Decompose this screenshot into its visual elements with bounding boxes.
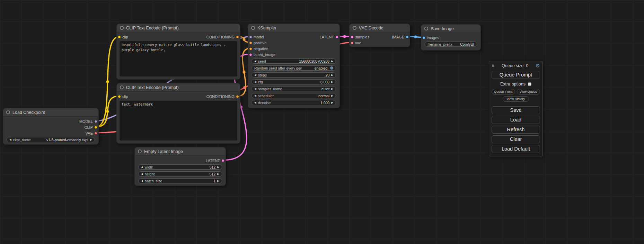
input-port-model[interactable] [249,35,252,38]
node-save-image[interactable]: Save Image images filename_prefix ComfyU… [421,24,481,51]
node-load-checkpoint[interactable]: Load Checkpoint MODEL CLIP VAE ckpt_name… [3,108,99,145]
settings-gear-icon[interactable] [536,63,540,69]
toggle-knob-icon[interactable] [330,66,333,70]
drag-handle-icon[interactable] [492,63,495,68]
output-port-latent[interactable] [221,159,224,162]
widget-cfg[interactable]: cfg 8.000 [252,79,336,84]
decrement-arrow-icon[interactable] [254,60,256,63]
collapse-dot-icon[interactable] [6,110,10,114]
increment-arrow-icon[interactable] [331,88,333,90]
node-vae-decode[interactable]: VAE Decode samples IMAGE vae [349,24,410,47]
refresh-button[interactable]: Refresh [492,126,540,134]
input-port-images[interactable] [422,36,425,39]
collapse-dot-icon[interactable] [251,26,255,30]
node-title-bar[interactable]: Empty Latent Image [135,147,226,156]
node-title-bar[interactable]: CLIP Text Encode (Prompt) [117,83,240,92]
graph-canvas[interactable]: { "colors": { "model": "#b39ddb", "clip"… [0,0,644,244]
save-button[interactable]: Save [492,106,540,114]
widget-width[interactable]: width 512 [138,164,222,170]
node-empty-latent-image[interactable]: Empty Latent Image LATENT width 512 heig… [134,147,226,186]
node-title-bar[interactable]: VAE Decode [350,24,410,32]
widget-height[interactable]: height 512 [138,171,222,177]
view-history-button[interactable]: View History [503,96,529,102]
node-clip-text-encode-negative[interactable]: CLIP Text Encode (Prompt) clip CONDITION… [116,83,240,144]
input-port-negative[interactable] [249,47,252,50]
increment-arrow-icon[interactable] [217,166,219,169]
node-clip-text-encode-positive[interactable]: CLIP Text Encode (Prompt) clip CONDITION… [116,24,240,80]
increment-arrow-icon[interactable] [90,138,92,141]
widget-value: 156680208700286 [299,59,330,63]
widget-value: euler [321,87,329,91]
decrement-arrow-icon[interactable] [254,88,256,90]
input-port-samples[interactable] [351,35,354,38]
decrement-arrow-icon[interactable] [141,173,143,175]
widget-value: v1-5-pruned-emaonly.ckpt [46,138,88,142]
increment-arrow-icon[interactable] [217,173,219,175]
output-port-latent[interactable] [335,35,338,38]
output-port-conditioning[interactable] [236,95,239,98]
widget-denoise[interactable]: denoise 1.000 [252,100,336,105]
output-row: VAE [3,130,98,136]
output-port-model[interactable] [94,120,97,123]
decrement-arrow-icon[interactable] [9,138,11,141]
wire-midpoint-dot [343,35,346,38]
collapse-dot-icon[interactable] [424,27,428,30]
output-port-image[interactable] [406,35,409,38]
node-ksampler[interactable]: KSampler model LATENT positive negative … [248,24,340,108]
io-row: clip CONDITIONING [117,93,240,99]
widget-filename-prefix[interactable]: filename_prefix ComfyUI [425,42,477,47]
input-port-latent-image[interactable] [249,53,252,56]
extra-options-checkbox[interactable] [528,82,531,86]
node-title-bar[interactable]: Load Checkpoint [3,108,98,117]
input-port-positive[interactable] [249,41,252,44]
increment-arrow-icon[interactable] [331,74,333,76]
collapse-dot-icon[interactable] [138,150,142,153]
output-port-clip[interactable] [94,126,97,129]
decrement-arrow-icon[interactable] [254,74,256,76]
output-port-conditioning[interactable] [236,35,239,38]
input-port-vae[interactable] [351,41,354,44]
node-title-bar[interactable]: Save Image [421,25,480,33]
node-title-bar[interactable]: CLIP Text Encode (Prompt) [117,24,240,32]
load-button[interactable]: Load [492,116,540,124]
increment-arrow-icon[interactable] [331,101,333,104]
input-port-clip[interactable] [118,35,121,38]
increment-arrow-icon[interactable] [217,180,219,182]
widget-ckpt-name[interactable]: ckpt_name v1-5-pruned-emaonly.ckpt [7,137,95,142]
view-queue-button[interactable]: View Queue [517,89,540,94]
widget-batch-size[interactable]: batch_size 1 [138,178,222,183]
widget-steps[interactable]: steps 20 [252,72,336,78]
increment-arrow-icon[interactable] [331,60,333,63]
decrement-arrow-icon[interactable] [254,101,256,104]
increment-arrow-icon[interactable] [331,94,333,97]
output-label: CONDITIONING [206,94,240,99]
node-title-bar[interactable]: KSampler [248,24,339,32]
decrement-arrow-icon[interactable] [254,81,256,83]
decrement-arrow-icon[interactable] [254,94,256,97]
input-port-clip[interactable] [118,95,121,98]
collapse-dot-icon[interactable] [120,85,124,89]
prompt-textarea[interactable]: text, watermark [120,101,237,141]
widget-sampler-name[interactable]: sampler_name euler [252,86,336,91]
collapse-dot-icon[interactable] [353,26,356,30]
load-default-button[interactable]: Load Default [492,145,540,153]
widget-value: 1 [213,179,215,183]
widget-label: batch_size [145,179,162,183]
collapse-dot-icon[interactable] [120,26,124,30]
clear-button[interactable]: Clear [492,135,540,143]
node-title: CLIP Text Encode (Prompt) [126,85,179,90]
widget-value: normal [318,94,329,98]
decrement-arrow-icon[interactable] [141,180,143,182]
decrement-arrow-icon[interactable] [141,166,143,169]
widget-label: Random seed after every gen [254,66,302,70]
queue-prompt-button[interactable]: Queue Prompt [492,71,540,79]
widget-scheduler[interactable]: scheduler normal [252,93,336,98]
increment-arrow-icon[interactable] [331,81,333,83]
prompt-textarea[interactable]: beautiful scenery nature glass bottle la… [120,41,237,76]
output-port-vae[interactable] [94,132,97,135]
output-label: CONDITIONING [206,35,240,39]
widget-seed[interactable]: seed 156680208700286 [252,58,336,64]
widget-random-seed-toggle[interactable]: Random seed after every gen enabled [252,65,336,71]
queue-front-button[interactable]: Queue Front [492,89,515,94]
queue-panel-header: Queue size: 0 [492,63,540,69]
